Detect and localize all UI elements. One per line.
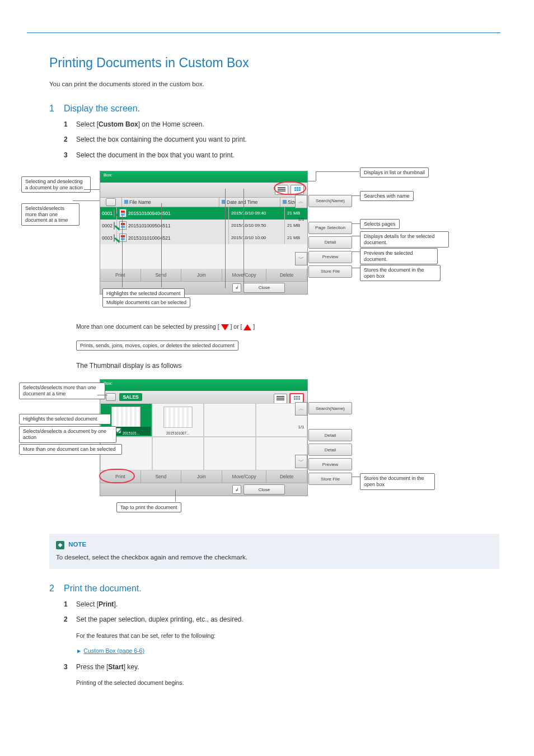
page-counter: 1/1 (295, 416, 307, 438)
thumb-item[interactable]: 2015101007... (152, 403, 204, 437)
file-list: 0001 2015101009404501 2015/10/10 09:40 2… (100, 207, 307, 269)
panel-titlebar: Box: (100, 171, 307, 183)
search-name-button[interactable]: Search(Name) (308, 402, 352, 414)
box-name: SALES (119, 393, 142, 401)
callout-list-thumb: Displays in list or thumbnail (360, 167, 429, 178)
doc-icon (119, 234, 127, 242)
store-file-button[interactable]: Store File (308, 473, 352, 485)
callout-actionbar: Prints, sends, joins, moves, copies, or … (76, 340, 238, 351)
thumb-grid: 2015101... 2015101007... (100, 403, 307, 470)
callout-sel-desel-more: Selects/deselects more than one document… (21, 203, 79, 226)
scroll-up-button[interactable]: ︿ (295, 402, 307, 416)
panel-titlebar: Box: (100, 380, 307, 391)
view-list-button[interactable] (274, 394, 287, 404)
table-header: File Name Date and Time Size (100, 197, 307, 207)
detail-button[interactable]: Detail (308, 236, 352, 249)
callout-page-sel: Selects pages (360, 219, 400, 229)
close-button[interactable]: Close (243, 484, 285, 494)
thumb-item[interactable] (204, 403, 256, 437)
preview-button[interactable]: Preview (308, 458, 352, 470)
close-button[interactable]: Close (243, 283, 285, 293)
move-copy-button[interactable]: Move/Copy (222, 269, 267, 281)
scroll-down-button[interactable]: ﹀ (295, 252, 307, 265)
callout-store: Stores the document in the open box (360, 265, 441, 282)
file-row[interactable]: 0002 2015101009504511 2015/10/10 09:50 2… (100, 220, 307, 232)
print-highlight (99, 469, 135, 483)
send-button[interactable]: Send (141, 470, 182, 483)
callout-sel-desel-one: Selecting and deselecting a document by … (21, 176, 91, 193)
enter-icon: ↲ (232, 485, 241, 494)
row-checkbox[interactable] (114, 222, 115, 230)
callout-highlight: Highlights the selected document (19, 414, 111, 424)
action-bar: Print Send Join Move/Copy Delete (100, 269, 307, 281)
down-arrow-icon (221, 324, 229, 330)
thumb-item[interactable] (152, 437, 204, 470)
page-selection-button[interactable]: Page Selection (308, 222, 352, 234)
note-box: ❖ NOTE To deselect, select the checkbox … (49, 534, 499, 569)
up-arrow-icon (243, 324, 251, 330)
doc-icon (119, 221, 127, 230)
callout-detail: Displays details for the selected docume… (360, 231, 449, 248)
page-counter: 1/1 (295, 208, 307, 231)
step-2-ref: ► Custom Box (page 6-6) (76, 646, 499, 656)
scroll-down-button[interactable]: ﹀ (295, 455, 307, 468)
step-2-1: 1Select [Print]. (64, 599, 499, 610)
thumb-item[interactable] (204, 437, 256, 470)
callout-preview: Previews the selected document. (360, 248, 438, 265)
step-1-3: 3Select the document in the box that you… (64, 150, 499, 161)
step-1-2: 2Select the box containing the document … (64, 134, 499, 145)
step-2: 2Print the document. (49, 584, 499, 594)
thumb-note: The Thumbnail display is as follows (76, 361, 499, 371)
join-button[interactable]: Join (181, 470, 222, 483)
step-2-3: 3Press the [Start] key. (64, 662, 499, 673)
doc-icon (119, 209, 127, 217)
enter-icon: ↲ (232, 283, 241, 292)
scroll-note: More than one document can be selected b… (76, 322, 499, 332)
step-2-3b: Printing of the selected document begins… (76, 678, 499, 688)
move-copy-button[interactable]: Move/Copy (222, 470, 267, 483)
search-name-button[interactable]: Search(Name) (308, 195, 352, 207)
delete-button[interactable]: Delete (266, 470, 307, 483)
file-row[interactable]: 0003 2015101010004521 2015/10/10 10:00 2… (100, 232, 307, 244)
callout-sel-one: Selects/deselects a document by one acti… (19, 426, 116, 443)
join-button[interactable]: Join (181, 269, 222, 281)
sort-icon[interactable] (283, 200, 287, 204)
callout-more: More than one document can be selected (19, 444, 122, 455)
callout-print-tap: Tap to print the document (116, 502, 181, 512)
delete-button[interactable]: Delete (266, 269, 307, 281)
callout-search: Searches with name (360, 191, 414, 201)
step-2-2b: For the features that can be set, refer … (76, 631, 499, 641)
row-checkbox[interactable] (114, 234, 115, 242)
row-checkbox[interactable] (114, 209, 115, 217)
step-1-1: 1Select [Custom Box] on the Home screen. (64, 119, 499, 130)
section-title: Printing Documents in Custom Box (49, 55, 499, 71)
callout-store: Stores the document in the open box (360, 473, 435, 490)
intro-para: You can print the documents stored in th… (49, 80, 499, 89)
note-icon: ❖ (56, 541, 64, 549)
sort-icon[interactable] (124, 200, 128, 204)
viewmode-highlight (274, 181, 306, 195)
detail-button[interactable]: Detail (308, 429, 352, 441)
detail-button[interactable]: Detail (308, 444, 352, 456)
scroll-up-button[interactable]: ︿ (295, 195, 307, 208)
callout-sel-desel: Selects/deselects more than one document… (19, 382, 105, 399)
print-button[interactable]: Print (100, 269, 141, 281)
step-2-2: 2Set the paper selection, duplex printin… (64, 614, 499, 625)
select-all-checkbox[interactable] (106, 198, 116, 206)
preview-button[interactable]: Preview (308, 251, 352, 263)
callout-multi: Multiple documents can be selected (102, 297, 190, 307)
store-file-button[interactable]: Store File (308, 265, 352, 278)
step-1: 1Display the screen. (49, 104, 499, 114)
file-row[interactable]: 0001 2015101009404501 2015/10/10 09:40 2… (100, 207, 307, 220)
